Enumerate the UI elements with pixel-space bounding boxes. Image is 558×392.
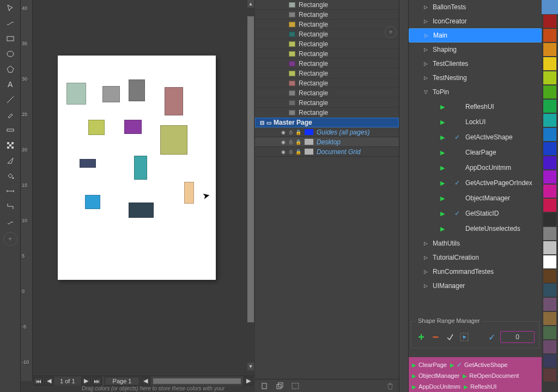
tree-node[interactable]: ▷Shaping <box>409 42 542 57</box>
tree-leaf[interactable]: ▶RefleshUI <box>425 99 542 114</box>
palette-swatch[interactable] <box>543 114 556 127</box>
srm-select-button[interactable] <box>459 331 470 343</box>
object-row[interactable]: Rectangle <box>255 59 399 69</box>
freehand-tool[interactable] <box>3 93 17 107</box>
tree-node[interactable]: ▷MathUtils <box>409 236 542 250</box>
next-page-button[interactable]: ▶ <box>81 377 91 385</box>
palette-swatch[interactable] <box>543 142 556 155</box>
lock-icon[interactable]: 🔒 <box>295 139 301 145</box>
layer-row[interactable]: ◉⎙🔒Desktop <box>255 137 399 147</box>
visibility-icon[interactable]: ◉ <box>280 149 286 155</box>
polygon-tool[interactable] <box>3 62 17 76</box>
ellipse-tool[interactable] <box>3 47 17 61</box>
tree-leaf[interactable]: ▶✓GetActiveShape <box>425 130 542 145</box>
shape-rectangle[interactable] <box>88 120 105 135</box>
new-master-icon[interactable] <box>290 382 301 390</box>
scroll-up-icon[interactable]: ▲ <box>247 0 254 8</box>
layer-row[interactable]: ◉⎙🔒Guides (all pages) <box>255 127 399 137</box>
fill-tool[interactable] <box>3 169 17 183</box>
object-row[interactable]: Rectangle <box>255 88 399 98</box>
master-page-header[interactable]: ⊟▭ Master Page <box>255 118 399 127</box>
lock-icon[interactable]: 🔒 <box>295 129 301 135</box>
tree-node[interactable]: ▷TestClientes <box>409 57 542 71</box>
action-item[interactable]: ▶RefleshUI <box>464 383 496 390</box>
lock-icon[interactable]: 🔒 <box>295 149 301 155</box>
shape-rectangle[interactable] <box>66 83 86 105</box>
text-tool[interactable]: A <box>3 77 17 91</box>
play-icon[interactable]: ▶ <box>440 164 445 171</box>
chevron-right-icon[interactable]: ▷ <box>424 4 429 10</box>
layer-row[interactable]: ◉⎙🔒Document Grid <box>255 147 399 157</box>
tree-leaf[interactable]: ▶ObjectManager <box>425 191 542 206</box>
tree-node[interactable]: ▷TutorialCreation <box>409 250 542 265</box>
palette-swatch[interactable] <box>543 241 556 254</box>
canvas[interactable]: ➤ ▲ ▼ <box>33 0 255 378</box>
chevron-right-icon[interactable]: ▷ <box>424 255 429 260</box>
tree-node[interactable]: ▷TestNesting <box>409 71 542 85</box>
tree-leaf[interactable]: ▶AppDocUnitmm <box>425 160 542 175</box>
object-row[interactable]: Rectangle <box>255 29 399 39</box>
palette-swatch[interactable] <box>543 354 556 367</box>
chevron-right-icon[interactable]: ▷ <box>424 61 429 66</box>
palette-swatch[interactable] <box>543 156 556 169</box>
palette-swatch[interactable] <box>543 312 556 325</box>
prev-page-button[interactable]: ◀ <box>44 377 54 385</box>
tree-node[interactable]: ▷BallonTests <box>409 0 542 14</box>
tab-prev-button[interactable]: ◀ <box>141 377 150 385</box>
print-icon[interactable]: ⎙ <box>288 149 294 155</box>
check-icon[interactable]: ✓ <box>454 133 461 141</box>
object-row[interactable]: Rectangle <box>255 20 399 29</box>
tree-leaf[interactable]: ▶✓GetActivePageOrIndex <box>425 175 542 191</box>
shape-rectangle[interactable] <box>80 159 96 168</box>
new-layer-icon[interactable] <box>275 382 286 390</box>
srm-clear-button[interactable] <box>445 331 456 343</box>
scroll-down-icon[interactable]: ▼ <box>247 363 254 370</box>
brush-tool[interactable] <box>3 154 17 168</box>
palette-swatch[interactable] <box>543 85 556 99</box>
palette-swatch[interactable] <box>543 199 556 212</box>
play-icon[interactable]: ▶ <box>440 225 445 232</box>
palette-swatch[interactable] <box>543 270 556 283</box>
palette-swatch[interactable] <box>543 227 556 240</box>
chevron-right-icon[interactable]: ▷ <box>424 47 429 52</box>
last-page-button[interactable]: ⏭ <box>92 377 102 385</box>
chevron-down-icon[interactable]: ▽ <box>424 89 429 95</box>
action-item[interactable]: ▶AppDocUnitmm <box>412 383 460 390</box>
palette-swatch[interactable] <box>543 340 556 353</box>
tree-node[interactable]: ▷Main <box>409 28 542 42</box>
dimension-tool[interactable] <box>3 184 17 198</box>
tree-node[interactable]: ▷UIManager <box>409 279 542 293</box>
page[interactable] <box>58 56 216 280</box>
srm-apply-button[interactable]: ✓ <box>486 331 497 343</box>
object-row[interactable]: Rectangle <box>255 39 399 49</box>
connector-tool[interactable] <box>3 199 17 213</box>
shape-rectangle[interactable] <box>134 156 147 180</box>
shape-tool[interactable] <box>3 16 17 30</box>
tree-leaf[interactable]: ▶✓GetStaticID <box>425 206 542 221</box>
play-icon[interactable]: ▶ <box>440 195 445 202</box>
shape-rectangle[interactable] <box>124 120 142 134</box>
object-row[interactable]: Rectangle <box>255 69 399 78</box>
object-row[interactable]: Rectangle <box>255 108 399 118</box>
tree-node[interactable]: ▽ToPin <box>409 85 542 99</box>
palette-swatch[interactable] <box>543 284 556 297</box>
palette-swatch[interactable] <box>543 100 556 113</box>
object-row[interactable]: Rectangle <box>255 49 399 59</box>
page-tab[interactable]: Page 1 <box>105 377 140 385</box>
add-tool-button[interactable]: + <box>3 232 17 246</box>
interactive-tool[interactable] <box>3 123 17 137</box>
shape-rectangle[interactable] <box>184 182 194 204</box>
chevron-right-icon[interactable]: ▷ <box>424 269 429 274</box>
palette-swatch[interactable] <box>543 71 556 84</box>
tree-node[interactable]: ▷RunCommandTestes <box>409 265 542 279</box>
eyedropper-tool[interactable] <box>3 108 17 122</box>
palette-swatch[interactable] <box>543 213 556 226</box>
palette-swatch[interactable] <box>543 29 556 42</box>
tab-next-button[interactable]: ▶ <box>244 377 253 385</box>
check-icon[interactable]: ✓ <box>454 179 461 187</box>
zoom-tool[interactable] <box>3 215 17 229</box>
object-row[interactable]: Rectangle <box>255 10 399 20</box>
tree-leaf[interactable]: ▶LockUI <box>425 114 542 130</box>
play-icon[interactable]: ▶ <box>440 149 445 156</box>
print-icon[interactable]: ⎙ <box>288 139 294 145</box>
